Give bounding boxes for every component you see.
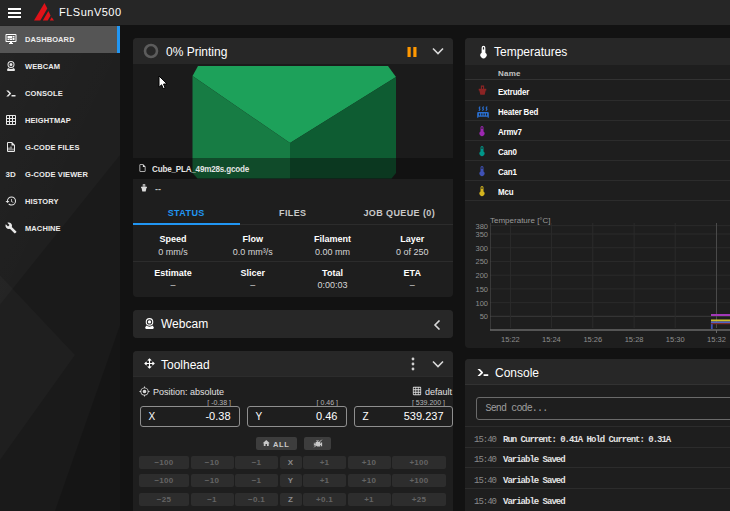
svg-text:3D: 3D — [6, 170, 16, 179]
